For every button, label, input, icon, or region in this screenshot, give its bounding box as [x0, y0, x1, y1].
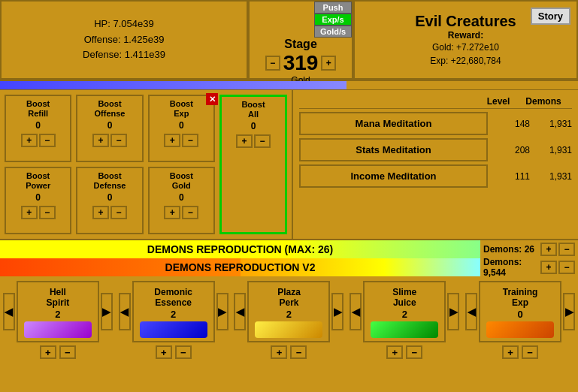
slime-juice-value: 2 — [402, 309, 407, 320]
stage-increase[interactable]: + — [321, 56, 336, 71]
boost-offense-card: BoostOffense 0 + − — [76, 95, 143, 162]
boost-defense-value: 0 — [107, 192, 113, 203]
player-stats: HP: 7.054e39 Offense: 1.425e39 Defense: … — [0, 0, 248, 80]
evil-creatures-title: Evil Creatures — [415, 13, 516, 30]
mana-meditation-demons: 1,931 — [534, 119, 572, 129]
boost-exp-plus[interactable]: + — [164, 134, 180, 147]
reproduction-bar-2-right: Demons: 9,544 + − — [480, 257, 578, 278]
boost-power-plus[interactable]: + — [21, 206, 38, 219]
repro-1-plus[interactable]: + — [540, 243, 557, 256]
plaza-perk-wrapper: ◀ PlazaPerk 2 ▶ + − — [232, 281, 347, 359]
mana-meditation-button[interactable]: Mana Meditation — [299, 112, 488, 135]
boost-defense-minus[interactable]: − — [110, 206, 127, 219]
training-exp-prev[interactable]: ◀ — [465, 293, 477, 330]
demonic-essence-title: DemonicEssence — [154, 287, 192, 309]
stats-meditation-row: Stats Meditation 208 1,931 — [299, 138, 572, 161]
plaza-perk-minus[interactable]: − — [290, 345, 307, 359]
plaza-perk-next[interactable]: ▶ — [331, 293, 343, 330]
slime-juice-plus[interactable]: + — [386, 345, 403, 359]
reward-label: Reward: — [448, 30, 483, 41]
demonic-essence-prev[interactable]: ◀ — [119, 293, 131, 330]
training-exp-next[interactable]: ▶ — [563, 293, 575, 330]
boost-all-minus[interactable]: − — [254, 134, 271, 148]
hell-spirit-prev[interactable]: ◀ — [3, 293, 15, 330]
boost-exp-minus[interactable]: − — [182, 134, 198, 147]
boost-power-minus[interactable]: − — [39, 206, 56, 219]
boost-exp-value: 0 — [179, 120, 184, 131]
repro-1-minus[interactable]: − — [558, 243, 575, 256]
slime-juice-next[interactable]: ▶ — [447, 293, 459, 330]
boost-gold-card: BoostGold 0 + − — [148, 167, 215, 234]
push-button[interactable]: Push — [314, 2, 352, 14]
boost-all-plus[interactable]: + — [236, 134, 253, 148]
boost-refill-card: BoostRefill 0 + − — [5, 95, 71, 162]
reproduction-bar-2-inner: DEMONS REPRODUCTION V2 — [0, 258, 480, 276]
stats-meditation-demons: 1,931 — [534, 145, 572, 155]
hell-spirit-wrapper: ◀ HellSpirit 2 ▶ + − — [0, 281, 116, 359]
exp-reward: Exp: +22,680,784 — [430, 54, 501, 68]
plaza-perk-gem — [255, 321, 322, 338]
boost-refill-label: BoostRefill — [26, 99, 50, 119]
hell-spirit-next[interactable]: ▶ — [101, 293, 113, 330]
income-meditation-demons: 1,931 — [534, 171, 572, 182]
demonic-essence-next[interactable]: ▶ — [216, 293, 228, 330]
slime-juice-prev[interactable]: ◀ — [350, 293, 362, 330]
income-meditation-button[interactable]: Income Meditation — [299, 164, 488, 188]
slime-juice-minus[interactable]: − — [406, 345, 422, 359]
repro-2-plus[interactable]: + — [540, 261, 557, 274]
demonic-essence-value: 2 — [171, 309, 176, 320]
boost-refill-plus[interactable]: + — [21, 134, 38, 147]
boost-defense-plus[interactable]: + — [92, 206, 109, 219]
hell-spirit-minus[interactable]: − — [59, 345, 76, 359]
boost-refill-minus[interactable]: − — [39, 134, 56, 147]
stats-meditation-button[interactable]: Stats Meditation — [299, 138, 488, 161]
evil-creatures-panel: Evil Creatures Reward: Gold: +7.272e10 E… — [353, 0, 578, 80]
hell-spirit-plus[interactable]: + — [40, 345, 56, 359]
boost-all-label: BoostAll — [241, 100, 265, 119]
demons-count-1: Demons: 26 — [483, 244, 534, 255]
reproduction-bar-1-text: DEMONS REPRODUCTION (MAX: 26) — [147, 243, 333, 255]
boost-defense-card: BoostDefense 0 + − — [76, 167, 143, 234]
hell-spirit-card: HellSpirit 2 — [17, 281, 99, 342]
story-button[interactable]: Story — [531, 8, 570, 25]
plaza-perk-title: PlazaPerk — [277, 287, 301, 309]
reproduction-bar-2-text: DEMONS REPRODUCTION V2 — [165, 261, 316, 273]
hell-spirit-value: 2 — [55, 309, 60, 320]
offense-stat: Offense: 1.425e39 — [83, 32, 165, 48]
demonic-essence-minus[interactable]: − — [175, 345, 192, 359]
plaza-perk-prev[interactable]: ◀ — [234, 293, 246, 330]
boost-power-label: BoostPower — [26, 171, 50, 191]
plaza-perk-plus[interactable]: + — [271, 345, 287, 359]
hp-stat: HP: 7.054e39 — [83, 17, 165, 32]
exps-button[interactable]: Exp/s — [314, 14, 352, 26]
bottom-cards-section: ◀ HellSpirit 2 ▶ + − ◀ DemonicEssence 2 … — [0, 276, 578, 363]
training-exp-minus[interactable]: − — [522, 345, 538, 359]
meditation-panel: Level Demons Mana Meditation 148 1,931 S… — [293, 90, 578, 239]
progress-fill — [0, 81, 346, 89]
boost-offense-label: BoostOffense — [95, 99, 126, 119]
boost-exp-card: BoostExp 0 + − — [148, 95, 215, 162]
stats-meditation-level: 208 — [492, 145, 530, 155]
reproduction-section: DEMONS REPRODUCTION (MAX: 26) Demons: 26… — [0, 240, 578, 276]
boost-power-value: 0 — [35, 192, 41, 203]
demonic-essence-plus[interactable]: + — [156, 345, 172, 359]
stage-panel: Push Exp/s Gold/s Stage − 319 + Gold 6.2… — [248, 0, 353, 80]
slime-juice-gem — [371, 321, 438, 338]
boost-gold-minus[interactable]: − — [182, 206, 198, 219]
golds-button[interactable]: Gold/s — [314, 26, 352, 38]
training-exp-plus[interactable]: + — [502, 345, 519, 359]
reproduction-bar-1: DEMONS REPRODUCTION (MAX: 26) Demons: 26… — [0, 240, 578, 258]
stage-decrease[interactable]: − — [265, 56, 280, 71]
boost-gold-value: 0 — [179, 192, 184, 203]
plaza-perk-value: 2 — [286, 309, 292, 320]
boost-offense-minus[interactable]: − — [110, 134, 127, 147]
training-exp-title: TrainingExp — [503, 287, 538, 309]
demonic-essence-gem — [140, 321, 207, 338]
reproduction-bar-1-inner: DEMONS REPRODUCTION (MAX: 26) — [0, 240, 480, 258]
close-button[interactable]: ✕ — [206, 93, 218, 105]
boost-offense-plus[interactable]: + — [92, 134, 109, 147]
boost-gold-plus[interactable]: + — [164, 206, 180, 219]
repro-2-minus[interactable]: − — [558, 261, 575, 274]
hell-spirit-gem — [24, 321, 92, 338]
slime-juice-title: SlimeJuice — [392, 287, 416, 309]
